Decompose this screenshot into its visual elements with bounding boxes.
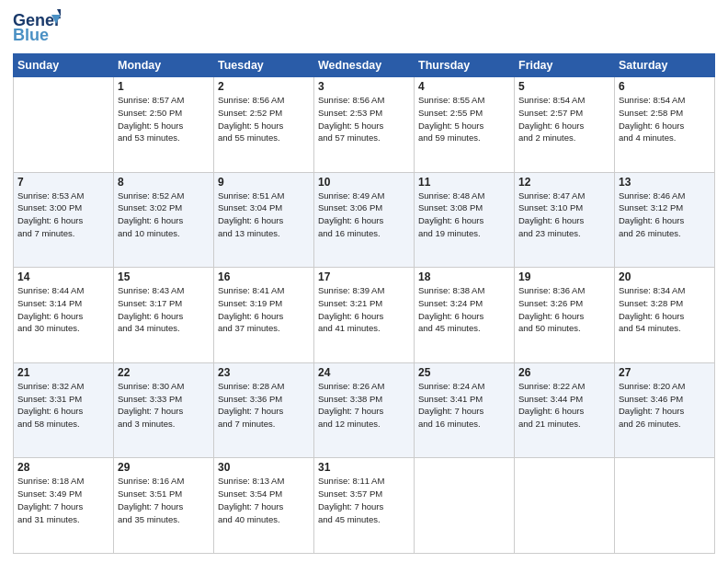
calendar-cell: 24Sunrise: 8:26 AM Sunset: 3:38 PM Dayli… [314, 362, 415, 458]
calendar-cell [615, 458, 715, 554]
day-info: Sunrise: 8:18 AM Sunset: 3:49 PM Dayligh… [17, 475, 109, 525]
weekday-header-monday: Monday [114, 54, 214, 77]
day-number: 17 [318, 270, 410, 283]
calendar-cell: 2Sunrise: 8:56 AM Sunset: 2:52 PM Daylig… [214, 77, 314, 173]
calendar-cell: 23Sunrise: 8:28 AM Sunset: 3:36 PM Dayli… [214, 362, 314, 458]
calendar-cell: 4Sunrise: 8:55 AM Sunset: 2:55 PM Daylig… [415, 77, 515, 173]
calendar-cell: 25Sunrise: 8:24 AM Sunset: 3:41 PM Dayli… [415, 362, 515, 458]
day-number: 30 [218, 461, 310, 474]
day-number: 31 [318, 461, 410, 474]
calendar-cell: 5Sunrise: 8:54 AM Sunset: 2:57 PM Daylig… [515, 77, 615, 173]
day-number: 26 [518, 366, 610, 379]
calendar-cell [14, 77, 114, 173]
day-number: 24 [318, 366, 410, 379]
calendar-cell: 10Sunrise: 8:49 AM Sunset: 3:06 PM Dayli… [314, 172, 415, 268]
weekday-header-tuesday: Tuesday [214, 54, 314, 77]
day-info: Sunrise: 8:43 AM Sunset: 3:17 PM Dayligh… [118, 284, 210, 335]
day-number: 8 [118, 176, 210, 189]
day-info: Sunrise: 8:32 AM Sunset: 3:31 PM Dayligh… [17, 380, 109, 431]
header: General Blue [13, 9, 715, 48]
weekday-header-sunday: Sunday [14, 54, 114, 77]
weekday-header-thursday: Thursday [415, 54, 515, 77]
day-number: 28 [17, 461, 109, 474]
calendar-week-2: 14Sunrise: 8:44 AM Sunset: 3:14 PM Dayli… [14, 268, 715, 363]
day-info: Sunrise: 8:11 AM Sunset: 3:57 PM Dayligh… [318, 475, 410, 525]
day-info: Sunrise: 8:53 AM Sunset: 3:00 PM Dayligh… [17, 190, 109, 240]
day-info: Sunrise: 8:47 AM Sunset: 3:10 PM Dayligh… [518, 190, 610, 240]
calendar-cell: 14Sunrise: 8:44 AM Sunset: 3:14 PM Dayli… [14, 268, 114, 363]
day-number: 13 [619, 176, 711, 189]
calendar-cell: 31Sunrise: 8:11 AM Sunset: 3:57 PM Dayli… [314, 458, 415, 554]
day-number: 15 [118, 270, 210, 283]
day-info: Sunrise: 8:44 AM Sunset: 3:14 PM Dayligh… [17, 284, 109, 335]
calendar-cell: 8Sunrise: 8:52 AM Sunset: 3:02 PM Daylig… [114, 172, 214, 268]
day-info: Sunrise: 8:28 AM Sunset: 3:36 PM Dayligh… [218, 380, 310, 431]
day-number: 4 [418, 80, 510, 93]
day-info: Sunrise: 8:36 AM Sunset: 3:26 PM Dayligh… [518, 284, 610, 335]
calendar-cell: 11Sunrise: 8:48 AM Sunset: 3:08 PM Dayli… [415, 172, 515, 268]
day-info: Sunrise: 8:34 AM Sunset: 3:28 PM Dayligh… [619, 284, 711, 335]
day-number: 19 [518, 270, 610, 283]
day-info: Sunrise: 8:56 AM Sunset: 2:53 PM Dayligh… [318, 94, 410, 144]
day-number: 27 [619, 366, 711, 379]
weekday-header-saturday: Saturday [615, 54, 715, 77]
day-number: 23 [218, 366, 310, 379]
calendar-cell [415, 458, 515, 554]
day-info: Sunrise: 8:51 AM Sunset: 3:04 PM Dayligh… [218, 190, 310, 240]
calendar-cell: 13Sunrise: 8:46 AM Sunset: 3:12 PM Dayli… [615, 172, 715, 268]
day-info: Sunrise: 8:54 AM Sunset: 2:57 PM Dayligh… [518, 94, 610, 144]
calendar-cell: 22Sunrise: 8:30 AM Sunset: 3:33 PM Dayli… [114, 362, 214, 458]
day-info: Sunrise: 8:49 AM Sunset: 3:06 PM Dayligh… [318, 190, 410, 240]
calendar-cell: 20Sunrise: 8:34 AM Sunset: 3:28 PM Dayli… [615, 268, 715, 363]
day-info: Sunrise: 8:13 AM Sunset: 3:54 PM Dayligh… [218, 475, 310, 525]
day-number: 7 [17, 176, 109, 189]
calendar-cell: 19Sunrise: 8:36 AM Sunset: 3:26 PM Dayli… [515, 268, 615, 363]
calendar-cell: 16Sunrise: 8:41 AM Sunset: 3:19 PM Dayli… [214, 268, 314, 363]
day-info: Sunrise: 8:16 AM Sunset: 3:51 PM Dayligh… [118, 475, 210, 525]
calendar-cell: 12Sunrise: 8:47 AM Sunset: 3:10 PM Dayli… [515, 172, 615, 268]
calendar-cell: 7Sunrise: 8:53 AM Sunset: 3:00 PM Daylig… [14, 172, 114, 268]
calendar-table: SundayMondayTuesdayWednesdayThursdayFrid… [13, 53, 715, 554]
day-number: 3 [318, 80, 410, 93]
calendar-cell: 15Sunrise: 8:43 AM Sunset: 3:17 PM Dayli… [114, 268, 214, 363]
day-info: Sunrise: 8:38 AM Sunset: 3:24 PM Dayligh… [418, 284, 510, 335]
logo-icon: General Blue [13, 9, 61, 48]
day-number: 6 [619, 80, 711, 93]
day-info: Sunrise: 8:20 AM Sunset: 3:46 PM Dayligh… [619, 380, 711, 431]
weekday-header-friday: Friday [515, 54, 615, 77]
weekday-header-wednesday: Wednesday [314, 54, 415, 77]
day-info: Sunrise: 8:30 AM Sunset: 3:33 PM Dayligh… [118, 380, 210, 431]
day-number: 16 [218, 270, 310, 283]
day-number: 29 [118, 461, 210, 474]
calendar-page: General Blue SundayMondayTuesdayWednesda… [0, 0, 728, 563]
day-info: Sunrise: 8:56 AM Sunset: 2:52 PM Dayligh… [218, 94, 310, 144]
day-info: Sunrise: 8:54 AM Sunset: 2:58 PM Dayligh… [619, 94, 711, 144]
calendar-week-3: 21Sunrise: 8:32 AM Sunset: 3:31 PM Dayli… [14, 362, 715, 458]
day-number: 21 [17, 366, 109, 379]
day-number: 14 [17, 270, 109, 283]
calendar-week-0: 1Sunrise: 8:57 AM Sunset: 2:50 PM Daylig… [14, 77, 715, 173]
day-info: Sunrise: 8:41 AM Sunset: 3:19 PM Dayligh… [218, 284, 310, 335]
day-info: Sunrise: 8:26 AM Sunset: 3:38 PM Dayligh… [318, 380, 410, 431]
day-number: 2 [218, 80, 310, 93]
day-number: 25 [418, 366, 510, 379]
day-number: 1 [118, 80, 210, 93]
calendar-cell: 17Sunrise: 8:39 AM Sunset: 3:21 PM Dayli… [314, 268, 415, 363]
calendar-week-4: 28Sunrise: 8:18 AM Sunset: 3:49 PM Dayli… [14, 458, 715, 554]
day-number: 22 [118, 366, 210, 379]
day-number: 10 [318, 176, 410, 189]
day-number: 18 [418, 270, 510, 283]
day-number: 5 [518, 80, 610, 93]
svg-text:Blue: Blue [13, 26, 49, 44]
calendar-cell: 9Sunrise: 8:51 AM Sunset: 3:04 PM Daylig… [214, 172, 314, 268]
weekday-header-row: SundayMondayTuesdayWednesdayThursdayFrid… [14, 54, 715, 77]
calendar-cell: 30Sunrise: 8:13 AM Sunset: 3:54 PM Dayli… [214, 458, 314, 554]
calendar-cell: 21Sunrise: 8:32 AM Sunset: 3:31 PM Dayli… [14, 362, 114, 458]
calendar-cell: 27Sunrise: 8:20 AM Sunset: 3:46 PM Dayli… [615, 362, 715, 458]
day-info: Sunrise: 8:52 AM Sunset: 3:02 PM Dayligh… [118, 190, 210, 240]
day-number: 20 [619, 270, 711, 283]
day-info: Sunrise: 8:46 AM Sunset: 3:12 PM Dayligh… [619, 190, 711, 240]
day-info: Sunrise: 8:57 AM Sunset: 2:50 PM Dayligh… [118, 94, 210, 144]
day-info: Sunrise: 8:22 AM Sunset: 3:44 PM Dayligh… [518, 380, 610, 431]
calendar-cell: 26Sunrise: 8:22 AM Sunset: 3:44 PM Dayli… [515, 362, 615, 458]
